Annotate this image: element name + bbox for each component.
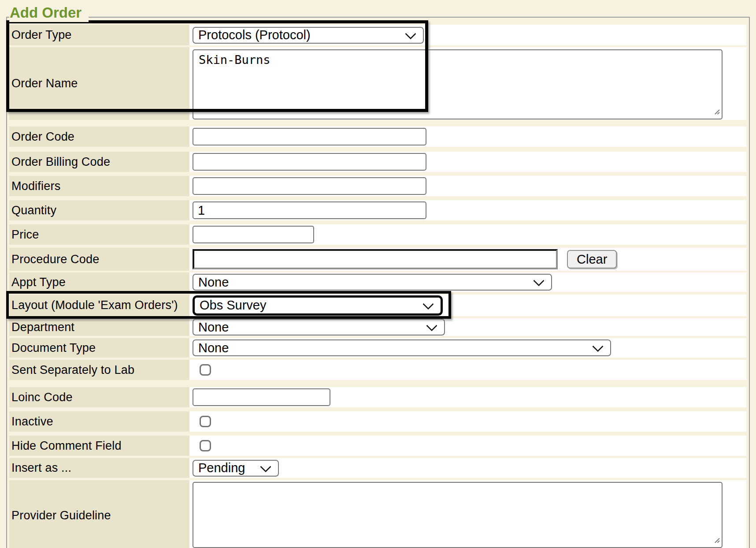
row-appt-type: Appt Type None xyxy=(9,272,746,292)
row-price: Price xyxy=(9,224,746,245)
row-content: None xyxy=(189,272,746,292)
modifiers-input[interactable] xyxy=(193,177,426,195)
order-name-textarea[interactable]: Skin-Burns xyxy=(193,49,723,119)
row-department: Department None xyxy=(9,318,746,336)
document-type-selected-value: None xyxy=(198,341,229,355)
row-content xyxy=(189,127,746,147)
row-content xyxy=(189,411,746,432)
row-content xyxy=(189,152,746,172)
document-type-label: Document Type xyxy=(9,338,189,358)
sent-separately-label: Sent Separately to Lab xyxy=(9,360,189,380)
form-rows: Order Type Protocols (Protocol) Order Na… xyxy=(9,25,746,548)
row-inactive: Inactive xyxy=(9,411,746,432)
department-select[interactable]: None xyxy=(193,319,445,336)
row-sent-separately-to-lab: Sent Separately to Lab xyxy=(9,360,746,380)
chevron-down-icon xyxy=(592,341,603,352)
row-content xyxy=(189,224,746,245)
chevron-down-icon xyxy=(422,298,434,309)
provider-guideline-textarea[interactable] xyxy=(193,482,723,548)
loinc-code-label: Loinc Code xyxy=(9,387,189,407)
row-procedure-code: Procedure Code Clear xyxy=(9,248,746,271)
department-label: Department xyxy=(9,318,189,336)
chevron-down-icon xyxy=(426,320,437,331)
provider-guideline-textarea-wrap xyxy=(193,480,723,548)
loinc-code-input[interactable] xyxy=(193,388,330,406)
insert-as-label: Insert as ... xyxy=(9,458,189,478)
inactive-checkbox[interactable] xyxy=(200,416,211,427)
row-content: Obs Survey xyxy=(189,295,746,316)
order-billing-code-label: Order Billing Code xyxy=(9,152,189,172)
resize-grip-icon[interactable] xyxy=(712,536,720,544)
appt-type-select[interactable]: None xyxy=(193,274,552,291)
resize-grip-icon[interactable] xyxy=(712,107,720,115)
row-content: Clear xyxy=(189,248,746,271)
row-content xyxy=(189,387,746,407)
row-loinc-code: Loinc Code xyxy=(9,387,746,407)
procedure-code-label: Procedure Code xyxy=(9,248,189,271)
chevron-down-icon xyxy=(260,461,271,472)
quantity-label: Quantity xyxy=(9,200,189,220)
insert-as-select[interactable]: Pending xyxy=(193,460,279,477)
price-label: Price xyxy=(9,224,189,245)
sent-separately-checkbox[interactable] xyxy=(200,364,211,376)
order-billing-code-input[interactable] xyxy=(193,153,426,171)
appt-type-selected-value: None xyxy=(198,275,229,290)
page-title: Add Order xyxy=(9,4,89,22)
order-type-selected-value: Protocols (Protocol) xyxy=(198,28,311,42)
row-content xyxy=(189,480,746,548)
row-content: Skin-Burns xyxy=(189,47,746,120)
order-code-label: Order Code xyxy=(9,127,189,147)
procedure-code-input[interactable] xyxy=(193,249,558,269)
row-hide-comment-field: Hide Comment Field xyxy=(9,436,746,456)
layout-label: Layout (Module 'Exam Orders') xyxy=(9,295,189,316)
provider-guideline-label: Provider Guideline xyxy=(9,480,189,548)
row-order-code: Order Code xyxy=(9,127,746,147)
insert-as-selected-value: Pending xyxy=(198,461,245,475)
layout-select[interactable]: Obs Survey xyxy=(193,295,443,316)
clear-button[interactable]: Clear xyxy=(567,250,617,268)
chevron-down-icon xyxy=(405,28,416,39)
row-content: None xyxy=(189,338,746,358)
row-content xyxy=(189,176,746,196)
row-order-type: Order Type Protocols (Protocol) xyxy=(9,25,746,45)
row-order-name: Order Name Skin-Burns xyxy=(9,47,746,120)
price-input[interactable] xyxy=(193,226,314,243)
add-order-page: Add Order Order Type Protocols (Protocol… xyxy=(0,0,756,548)
row-content: Pending xyxy=(189,458,746,478)
order-type-select[interactable]: Protocols (Protocol) xyxy=(193,27,424,44)
row-content xyxy=(189,360,746,380)
row-content: Protocols (Protocol) xyxy=(189,25,746,45)
hide-comment-label: Hide Comment Field xyxy=(9,436,189,456)
row-layout-exam-orders: Layout (Module 'Exam Orders') Obs Survey xyxy=(9,295,746,316)
quantity-input[interactable] xyxy=(193,201,426,219)
layout-selected-value: Obs Survey xyxy=(200,298,267,313)
row-quantity: Quantity xyxy=(9,200,746,220)
row-order-billing-code: Order Billing Code xyxy=(9,152,746,172)
appt-type-label: Appt Type xyxy=(9,272,189,292)
chevron-down-icon xyxy=(533,275,544,286)
order-code-input[interactable] xyxy=(193,128,426,145)
order-type-label: Order Type xyxy=(9,25,189,45)
row-content xyxy=(189,200,746,220)
order-name-label: Order Name xyxy=(9,47,189,120)
hide-comment-checkbox[interactable] xyxy=(200,440,211,451)
modifiers-label: Modifiers xyxy=(9,176,189,196)
row-content: None xyxy=(189,318,746,336)
row-modifiers: Modifiers xyxy=(9,176,746,196)
row-content xyxy=(189,436,746,456)
row-provider-guideline: Provider Guideline xyxy=(9,480,746,548)
row-insert-as: Insert as ... Pending xyxy=(9,458,746,478)
department-selected-value: None xyxy=(198,320,229,335)
document-type-select[interactable]: None xyxy=(193,339,611,356)
order-name-textarea-wrap: Skin-Burns xyxy=(193,47,723,119)
inactive-label: Inactive xyxy=(9,411,189,432)
row-document-type: Document Type None xyxy=(9,338,746,358)
